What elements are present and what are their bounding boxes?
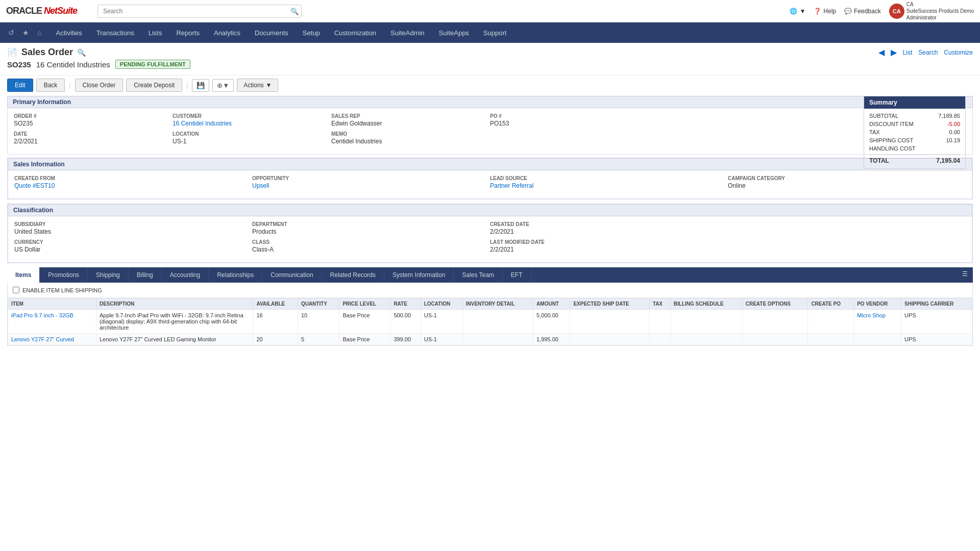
nav-transactions[interactable]: Transactions (89, 24, 141, 42)
help-link[interactable]: ❓ Help (814, 8, 836, 15)
subtotal-value: 7,189.85 (938, 113, 960, 119)
memo-field: MEMO Centidel Industries (331, 131, 490, 145)
summary-box: Summary SUBTOTAL 7,189.85 DISCOUNT ITEM … (864, 96, 966, 169)
row1-tax (649, 310, 670, 334)
subsidiary-value: United States (14, 228, 252, 235)
created-from-field: CREATED FROM Quote #EST10 (14, 176, 252, 189)
po-field: PO # PO153 (490, 113, 649, 127)
back-button[interactable]: Back (36, 79, 65, 92)
nav-icon-refresh[interactable]: ↺ (5, 27, 17, 39)
prev-button[interactable]: ◀ (878, 47, 885, 57)
nav-customization[interactable]: Customization (327, 24, 383, 42)
lead-source-link[interactable]: Partner Referral (490, 182, 533, 189)
nav-arrows: ◀ ▶ List Search Customize (878, 47, 973, 57)
col-create-options: CREATE OPTIONS (742, 298, 808, 310)
top-right: 🌐 ▼ ❓ Help 💬 Feedback CA CA SuiteSuccess… (790, 1, 974, 21)
user-initials: CA (906, 1, 974, 8)
save-icon-button[interactable]: 💾 (192, 79, 209, 92)
nav-bar: ↺ ★ ⌂ Activities Transactions Lists Repo… (0, 22, 980, 43)
row1-create-options (742, 310, 808, 334)
nav-support[interactable]: Support (476, 24, 514, 42)
row2-amount: 1,995.00 (533, 334, 570, 345)
customize-link[interactable]: Customize (944, 49, 973, 56)
col-shipping-carrier: SHIPPING CARRIER (901, 298, 972, 310)
items-table-header-row: ITEM DESCRIPTION AVAILABLE QUANTITY PRIC… (8, 298, 972, 310)
tab-accounting[interactable]: Accounting (162, 267, 209, 283)
nav-icon-home[interactable]: ⌂ (34, 27, 44, 39)
nav-setup[interactable]: Setup (296, 24, 327, 42)
location-label: LOCATION (173, 131, 331, 137)
so-customer-name: 16 Centidel Industries (36, 60, 110, 69)
nav-documents[interactable]: Documents (248, 24, 296, 42)
row1-item-link[interactable]: iPad Pro 9.7 inch - 32GB (11, 312, 74, 318)
actions-dropdown[interactable]: Actions ▼ (237, 79, 278, 92)
col-expected-ship: EXPECTED SHIP DATE (570, 298, 649, 310)
page-header: 📄 Sales Order 🔍 ◀ ▶ List Search Customiz… (0, 43, 980, 76)
feedback-link[interactable]: 💬 Feedback (844, 8, 881, 15)
sales-info-body: CREATED FROM Quote #EST10 OPPORTUNITY Up… (8, 170, 972, 199)
row1-po-vendor-link[interactable]: Micro Shop (857, 312, 886, 318)
items-section: ENABLE ITEM LINE SHIPPING ITEM DESCRIPTI… (7, 283, 973, 346)
tab-system-info[interactable]: System Information (384, 267, 454, 283)
tab-shipping[interactable]: Shipping (88, 267, 129, 283)
created-date-value: 2/2/2021 (490, 228, 728, 235)
tab-billing[interactable]: Billing (129, 267, 162, 283)
tab-eft[interactable]: EFT (503, 267, 531, 283)
nav-suiteadmin[interactable]: SuiteAdmin (383, 24, 431, 42)
created-date-label: CREATED DATE (490, 221, 728, 227)
currency-field: CURRENCY US Dollar (14, 239, 252, 253)
list-link[interactable]: List (903, 49, 913, 56)
enable-shipping-checkbox[interactable] (13, 287, 19, 293)
row2-rate: 399.00 (390, 334, 421, 345)
row1-amount: 5,000.00 (533, 310, 570, 334)
tab-promotions[interactable]: Promotions (40, 267, 88, 283)
last-modified-label: LAST MODIFIED DATE (490, 239, 728, 245)
tab-relationships[interactable]: Relationships (209, 267, 262, 283)
create-deposit-button[interactable]: Create Deposit (126, 79, 182, 92)
nav-suiteapps[interactable]: SuiteApps (432, 24, 476, 42)
classification-section: Classification SUBSIDIARY United States … (7, 204, 973, 263)
nav-icon-home[interactable]: 🌐 ▼ (790, 8, 805, 15)
row1-location: US-1 (421, 310, 462, 334)
nav-lists[interactable]: Lists (141, 24, 169, 42)
tab-communication[interactable]: Communication (262, 267, 322, 283)
primary-row-1: ORDER # SO235 CUSTOMER 16 Centidel Indus… (14, 113, 966, 127)
row2-expected-ship (570, 334, 649, 345)
col-available: AVAILABLE (253, 298, 298, 310)
sales-rep-label: SALES REP (331, 113, 490, 119)
user-menu[interactable]: CA CA SuiteSuccess Products Demo Adminis… (889, 1, 974, 21)
subsidiary-label: SUBSIDIARY (14, 221, 252, 227)
tab-items[interactable]: Items (7, 267, 40, 283)
so-info-row: SO235 16 Centidel Industries PENDING FUL… (7, 60, 973, 69)
created-from-link[interactable]: Quote #EST10 (14, 182, 55, 189)
tab-related-records[interactable]: Related Records (322, 267, 384, 283)
user-info: CA SuiteSuccess Products Demo Administra… (906, 1, 974, 21)
search-button[interactable]: 🔍 (290, 7, 299, 15)
search-link[interactable]: Search (918, 49, 938, 56)
magnify-icon[interactable]: 🔍 (77, 48, 86, 57)
summary-total: TOTAL 7,195.04 (869, 155, 960, 165)
user-role: Administrator (906, 14, 974, 21)
nav-analytics[interactable]: Analytics (207, 24, 248, 42)
tab-sales-team[interactable]: Sales Team (454, 267, 502, 283)
edit-button[interactable]: Edit (7, 79, 33, 92)
more-options-button[interactable]: ⊕▼ (212, 79, 234, 92)
close-order-button[interactable]: Close Order (75, 79, 124, 92)
nav-icon-star[interactable]: ★ (19, 27, 32, 39)
col-tax: TAX (649, 298, 670, 310)
customer-link[interactable]: 16 Centidel Industries (173, 120, 232, 127)
search-input[interactable] (97, 5, 302, 18)
col-billing-schedule: BILLING SCHEDULE (670, 298, 742, 310)
row2-item-link[interactable]: Lenovo Y27F 27" Curved (11, 336, 74, 342)
nav-activities[interactable]: Activities (48, 24, 89, 42)
col-rate: RATE (390, 298, 421, 310)
tab-menu-icon[interactable]: ☰ (957, 267, 973, 283)
logo-netsuite: NetSuite (44, 6, 77, 16)
next-button[interactable]: ▶ (891, 47, 897, 57)
class-row-1: SUBSIDIARY United States DEPARTMENT Prod… (14, 221, 966, 235)
opportunity-link[interactable]: Upsell (252, 182, 269, 189)
summary-tax: TAX 0.00 (869, 128, 960, 136)
nav-reports[interactable]: Reports (169, 24, 207, 42)
total-value: 7,195.04 (936, 157, 960, 164)
row1-po-vendor: Micro Shop (854, 310, 901, 334)
